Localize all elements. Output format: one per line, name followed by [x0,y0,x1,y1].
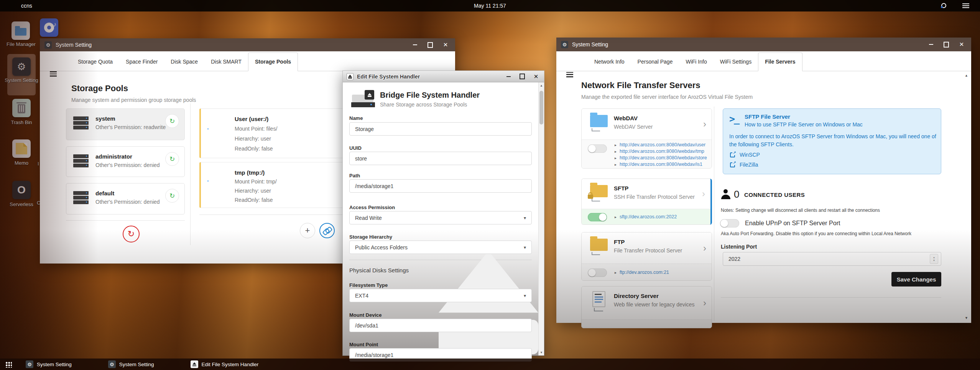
eject-icon [347,73,354,80]
service-card-ftp[interactable]: FTP File Transfer Protocol Server › ftp:… [581,232,712,281]
serverless-shortcut[interactable]: O [12,181,31,199]
system-setting-shortcut[interactable] [12,57,31,76]
bridge-mount-button[interactable] [319,223,335,238]
service-desc: WebDAV Server [614,124,653,130]
trash-bin-label: Trash Bin [3,120,40,125]
file-manager-shortcut[interactable] [12,21,30,40]
tab-personal-page[interactable]: Personal Page [631,52,679,71]
mount-device-input[interactable] [349,319,532,332]
tab-disk-space[interactable]: Disk Space [164,52,204,71]
pool-card-system[interactable]: system Other's Permission: readwrite [66,108,185,140]
ftp-toggle[interactable] [588,268,607,277]
listening-port-input[interactable] [723,252,941,266]
scroll-up-arrow[interactable]: ▲ [965,74,968,77]
pool-card-default[interactable]: default Other's Permission: denied [66,183,185,214]
tab-disk-smart[interactable]: Disk SMART [204,52,248,71]
task-edit-fs-handler[interactable]: Edit File System Handler [191,360,259,368]
titlebar[interactable]: System Setting [40,38,455,51]
webdav-link[interactable]: http://dev.arozos.com:8080/webdav/store [615,155,707,160]
refresh-pool-button[interactable] [165,189,179,203]
help-subtitle: How to use SFTP File Server on Windows o… [745,121,863,128]
task-system-setting-2[interactable]: System Setting [108,360,154,368]
tab-wifi-info[interactable]: WiFi Info [679,52,713,71]
memo-shortcut[interactable] [12,139,31,158]
client-link-winscp[interactable]: WinSCP [730,152,760,158]
task-system-setting-1[interactable]: System Setting [26,360,72,368]
tab-wifi-settings[interactable]: WiFi Settings [714,52,758,71]
service-card-webdav[interactable]: WebDAV WebDAV Server › http://dev.arozos… [581,108,712,169]
chevron-right-icon[interactable]: › [703,119,706,129]
close-button[interactable] [959,42,964,47]
storage-hierarchy-select[interactable]: Public Access Folders▾ [349,241,532,254]
eject-icon [191,360,198,368]
drive-icon [210,179,231,186]
menu-icon[interactable] [962,3,969,8]
chevron-right-icon[interactable]: › [703,298,706,308]
path-input[interactable] [349,179,532,193]
hamburger-icon[interactable] [566,72,573,77]
save-changes-button[interactable]: Save Changes [891,272,941,287]
ftp-link[interactable]: ftp://dev.arozos.com:21 [615,270,669,275]
trash-bin-shortcut[interactable] [12,99,31,117]
uuid-input[interactable] [349,152,532,165]
tab-storage-quota[interactable]: Storage Quota [71,52,119,71]
pool-card-administrator[interactable]: administrator Other's Permission: denied [66,146,185,177]
reload-all-pools-button[interactable] [123,226,140,242]
tab-file-servers[interactable]: File Servers [758,52,802,71]
note-icon [16,143,27,154]
upnp-toggle[interactable] [720,219,739,228]
minimize-button[interactable] [506,74,511,79]
sftp-toggle[interactable] [588,213,607,221]
terminal-icon: >_ [729,113,738,124]
connected-users-label: CONNECTED USERS [744,192,805,198]
webdav-toggle[interactable] [588,144,607,153]
webdav-link[interactable]: http://dev.arozos.com:8080/webdav/user [615,142,705,147]
folder-icon [15,28,26,36]
close-button[interactable] [533,74,539,79]
scrollbar[interactable]: ▲ ▼ [538,82,544,355]
titlebar[interactable]: System Setting [556,38,971,51]
service-card-sftp[interactable]: SFTP SSH File Transfer Protocol Server ›… [581,178,712,225]
media-app-shortcut[interactable] [40,18,58,37]
webdav-link[interactable]: http://dev.arozos.com:8080/webdav/is1 [615,162,702,167]
chevron-right-icon[interactable]: › [702,188,705,199]
name-input[interactable] [349,122,532,136]
close-button[interactable] [443,42,448,47]
filesystem-type-select[interactable]: EXT4▾ [349,289,532,302]
app-launcher-icon[interactable] [5,361,12,368]
number-spinner[interactable]: ▴▾ [930,254,938,264]
tab-network-info[interactable]: Network Info [588,52,631,71]
tab-storage-pools[interactable]: Storage Pools [248,52,298,71]
add-mount-button[interactable]: + [300,223,315,238]
refresh-pool-button[interactable] [165,152,179,166]
scroll-up-arrow[interactable]: ▲ [539,82,544,88]
window-title: System Setting [56,42,92,48]
status-ring-icon[interactable] [941,3,946,8]
sftp-link[interactable]: sftp://dev.arozos.com:2022 [615,214,677,219]
maximize-button[interactable] [428,42,433,47]
service-card-directory[interactable]: Directory Server Web file viewer for leg… [581,286,712,328]
tab-space-finder[interactable]: Space Finder [119,52,164,71]
minimize-button[interactable] [412,42,418,47]
maximize-button[interactable] [520,74,525,79]
client-link-filezilla[interactable]: FileZilla [730,162,758,168]
titlebar[interactable]: Edit File System Handler [343,71,544,82]
mount-name: tmp (tmp:/) [235,169,265,176]
scrollbar-thumb[interactable] [539,91,543,124]
minimize-button[interactable] [928,42,934,47]
mount-readonly: ReadOnly: false [235,146,273,152]
chevron-right-icon[interactable]: › [703,243,706,254]
handler-heading: Bridge File System Handler [380,91,480,100]
scroll-down-arrow[interactable]: ▼ [539,349,544,355]
hamburger-icon[interactable] [50,71,57,77]
webdav-link[interactable]: http://dev.arozos.com:8080/webdav/tmp [615,149,704,154]
service-desc: File Transfer Protocol Server [614,247,682,254]
refresh-pool-button[interactable] [165,114,179,128]
access-permission-select[interactable]: Read Write▾ [349,211,532,224]
maximize-button[interactable] [944,42,949,47]
scroll-down-arrow[interactable]: ▼ [965,316,968,320]
page-subtitle: Manage the exported file server interfac… [581,94,753,100]
connected-users-notes: Notes: Setting change will disconnect al… [721,208,880,213]
desktop: ccns May 11 21:57 File Manager System Se… [0,0,980,370]
pool-permission: Other's Permission: denied [95,199,160,205]
